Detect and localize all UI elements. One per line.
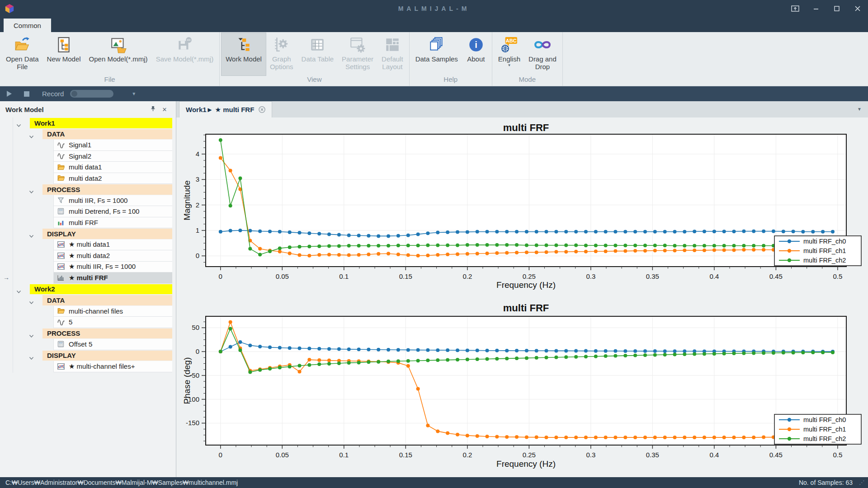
ribbon-button-open-model-mmj[interactable]: Open Model(*.mmj) bbox=[85, 33, 152, 75]
maximize-button[interactable] bbox=[826, 0, 847, 17]
minimize-button[interactable] bbox=[806, 0, 826, 17]
tree-item-work1[interactable]: Work1 bbox=[0, 117, 176, 129]
record-label: Record bbox=[42, 90, 64, 98]
tab-list-caret-icon[interactable]: ▼ bbox=[857, 107, 862, 112]
stop-icon[interactable] bbox=[24, 91, 29, 97]
close-button[interactable] bbox=[847, 0, 868, 17]
chevron-down-icon[interactable] bbox=[29, 188, 34, 195]
tree-item-process[interactable]: PROCESS bbox=[0, 328, 176, 339]
svg-text:Magnitude: Magnitude bbox=[182, 180, 192, 221]
chevron-down-icon[interactable] bbox=[29, 354, 34, 361]
svg-text:0.15: 0.15 bbox=[399, 272, 412, 280]
resize-grip-icon[interactable]: ⋰ bbox=[859, 479, 864, 486]
tree-item-multi-frf[interactable]: →★ multi FRF bbox=[0, 272, 176, 284]
tree-item-multi-data1[interactable]: ★ multi data1 bbox=[0, 239, 176, 251]
ribbon-button-drag-and-drop[interactable]: Drag and Drop bbox=[524, 33, 561, 75]
tree-item-multi-channel-files[interactable]: ★ multi-channel files+ bbox=[0, 361, 176, 372]
tree-item-display[interactable]: DISPLAY bbox=[0, 350, 176, 361]
dropdown-caret-icon: ▼ bbox=[507, 63, 511, 67]
folder-icon bbox=[57, 307, 65, 315]
svg-text:0.45: 0.45 bbox=[769, 451, 783, 459]
tree-item-multi-channel-files[interactable]: multi-channel files bbox=[0, 306, 176, 317]
tree-item-display[interactable]: DISPLAY bbox=[0, 228, 176, 239]
chevron-down-icon[interactable] bbox=[29, 132, 34, 140]
plot-icon bbox=[57, 252, 65, 259]
tree-item-multi-data2[interactable]: ★ multi data2 bbox=[0, 250, 176, 262]
ribbon-button-label: Data Table bbox=[302, 55, 334, 63]
tree-item-data[interactable]: DATA bbox=[0, 295, 176, 306]
tree-item-process[interactable]: PROCESS bbox=[0, 184, 176, 195]
status-file-path: C:₩Users₩Administrator₩Documents₩Malmija… bbox=[5, 479, 799, 486]
tree-item-signal1[interactable]: Signal1 bbox=[0, 140, 176, 151]
tree-item-label: 5 bbox=[69, 318, 72, 326]
document-tab-multi-frf[interactable]: Work1► ★ multi FRF bbox=[179, 101, 272, 117]
open-model-icon bbox=[110, 35, 127, 54]
tree-item-label: Signal2 bbox=[69, 152, 91, 160]
tab-close-icon[interactable] bbox=[259, 106, 265, 113]
ribbon-group-label: Help bbox=[411, 75, 490, 86]
chevron-down-icon[interactable] bbox=[16, 121, 21, 129]
tree-item-label: multi IIR, Fs = 1000 bbox=[69, 197, 127, 204]
svg-text:0.45: 0.45 bbox=[769, 272, 783, 280]
ribbon-group-label: File bbox=[2, 75, 217, 86]
svg-text:0.15: 0.15 bbox=[399, 451, 412, 459]
document-area: Work1► ★ multi FRF ▼ 00.050.10.150.20.25… bbox=[176, 101, 868, 477]
tree-item-label: DISPLAY bbox=[42, 229, 172, 239]
ribbon-button-label: Default Layout bbox=[382, 55, 403, 70]
svg-text:0.25: 0.25 bbox=[523, 451, 536, 459]
chevron-down-icon[interactable] bbox=[29, 332, 34, 339]
tree-item-label: DATA bbox=[42, 129, 172, 140]
ribbon-button-about[interactable]: iAbout bbox=[462, 33, 490, 75]
tree-item-multi-iir-fs-1000[interactable]: multi IIR, Fs = 1000 bbox=[0, 195, 176, 206]
barchart-icon bbox=[57, 219, 65, 226]
about-icon: i bbox=[467, 35, 485, 54]
work-model-panel-header: Work Model ✕ bbox=[0, 101, 176, 117]
tree-item-data[interactable]: DATA bbox=[0, 129, 176, 140]
tree-item-label: ★ multi data1 bbox=[69, 240, 110, 249]
tree-item-multi-detrend-fs-100[interactable]: multi Detrend, Fs = 100 bbox=[0, 206, 176, 217]
window-title: MALMIJAL-M bbox=[0, 5, 868, 12]
svg-text:Frequency (Hz): Frequency (Hz) bbox=[496, 459, 556, 469]
tree-item-multi-data2[interactable]: multi data2 bbox=[0, 173, 176, 184]
ribbon-button-english[interactable]: ABCEnglish▼ bbox=[494, 33, 524, 75]
ribbon-button-label: Data Samples bbox=[415, 55, 458, 63]
chevron-down-icon[interactable] bbox=[29, 298, 34, 306]
tree-item-multi-frf[interactable]: multi FRF bbox=[0, 217, 176, 229]
ribbon-group-file: Open Data FileNew ModelOpen Model(*.mmj)… bbox=[0, 32, 220, 86]
svg-text:0: 0 bbox=[219, 451, 222, 459]
ribbon-tab-common[interactable]: Common bbox=[4, 19, 51, 32]
chevron-down-icon[interactable] bbox=[29, 232, 34, 239]
svg-text:0.5: 0.5 bbox=[833, 272, 842, 280]
record-dropdown-caret-icon[interactable]: ▼ bbox=[132, 91, 136, 96]
pin-icon[interactable] bbox=[147, 106, 159, 113]
ribbon-group-mode: ABCEnglish▼Drag and DropMode bbox=[492, 32, 563, 86]
ribbon-button-new-model[interactable]: New Model bbox=[43, 33, 85, 75]
tree-item-multi-iir-fs-1000[interactable]: ★ multi IIR, Fs = 1000 bbox=[0, 262, 176, 273]
ribbon-button-default-layout: Default Layout bbox=[377, 33, 407, 75]
signal-icon bbox=[57, 141, 65, 149]
svg-text:0.1: 0.1 bbox=[339, 272, 349, 280]
magnitude-chart: 00.050.10.150.20.250.30.350.40.450.50123… bbox=[176, 117, 868, 298]
ribbon-toggle-button[interactable] bbox=[785, 0, 806, 17]
ribbon-button-work-model[interactable]: Work Model bbox=[222, 33, 266, 75]
open-data-file-icon bbox=[14, 35, 31, 54]
chevron-down-icon[interactable] bbox=[16, 287, 21, 295]
tree-item-offset-5[interactable]: Offset 5 bbox=[0, 339, 176, 350]
ribbon-button-data-samples[interactable]: Data Samples bbox=[411, 33, 462, 75]
work-model-icon bbox=[235, 35, 252, 54]
svg-text:0: 0 bbox=[196, 347, 199, 355]
tree-item-signal2[interactable]: Signal2 bbox=[0, 151, 176, 162]
svg-text:-150: -150 bbox=[186, 419, 199, 427]
record-toggle[interactable] bbox=[70, 90, 113, 98]
svg-text:0.2: 0.2 bbox=[462, 451, 472, 459]
data-samples-icon bbox=[428, 35, 445, 54]
tree-item-multi-data1[interactable]: multi data1 bbox=[0, 162, 176, 173]
svg-text:0.3: 0.3 bbox=[586, 451, 595, 459]
tree-item-work2[interactable]: Work2 bbox=[0, 284, 176, 295]
ribbon-button-open-data-file[interactable]: Open Data File bbox=[2, 33, 43, 75]
tree-item-5[interactable]: 5 bbox=[0, 317, 176, 328]
play-icon[interactable] bbox=[6, 90, 12, 97]
tree-item-label: ★ multi IIR, Fs = 1000 bbox=[69, 263, 136, 271]
svg-text:50: 50 bbox=[192, 324, 199, 331]
panel-close-icon[interactable]: ✕ bbox=[159, 106, 170, 113]
